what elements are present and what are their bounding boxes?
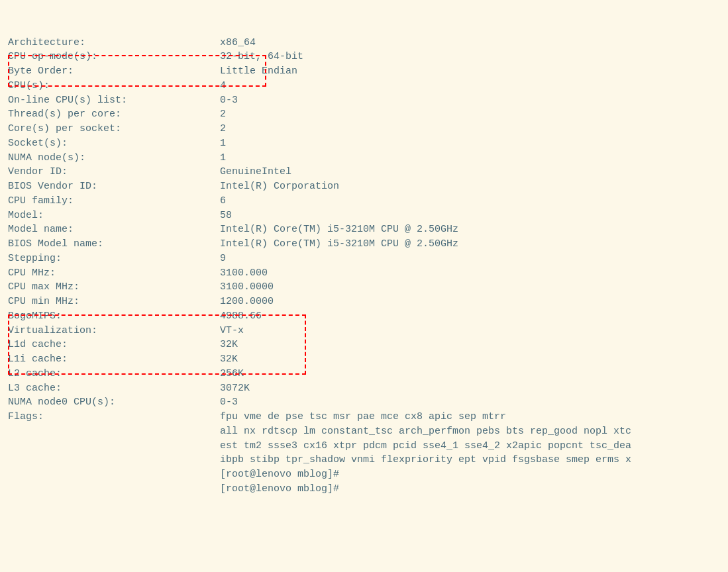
line-label: Byte Order: bbox=[8, 64, 220, 79]
line-label: Virtualization: bbox=[8, 324, 220, 338]
line-value: 32K bbox=[220, 338, 238, 352]
terminal-line: Stepping: 9 bbox=[8, 252, 720, 266]
terminal-line: CPU family: 6 bbox=[8, 194, 720, 209]
line-label: BIOS Vendor ID: bbox=[8, 179, 220, 194]
terminal-line: Byte Order: Little Endian bbox=[8, 64, 720, 79]
line-label: CPU min MHz: bbox=[8, 295, 220, 309]
line-value: ibpb stibp tpr_shadow vnmi flexpriority … bbox=[220, 453, 631, 467]
terminal-line: BIOS Model name: Intel(R) Core(TM) i5-32… bbox=[8, 237, 720, 252]
line-label bbox=[8, 439, 220, 453]
line-label: CPU op-mode(s): bbox=[8, 50, 220, 64]
line-label: BogoMIPS: bbox=[8, 309, 220, 324]
terminal-line: CPU MHz: 3100.000 bbox=[8, 266, 720, 281]
line-label: Model: bbox=[8, 209, 220, 223]
terminal-line: all nx rdtscp lm constant_tsc arch_perfm… bbox=[8, 424, 720, 439]
line-value: VT-x bbox=[220, 324, 244, 338]
line-label: CPU(s): bbox=[8, 79, 220, 93]
line-value: Intel(R) Corporation bbox=[220, 179, 339, 194]
line-label bbox=[8, 482, 220, 497]
terminal-line: Virtualization: VT-x bbox=[8, 324, 720, 338]
terminal-line: CPU(s): 4 bbox=[8, 79, 720, 93]
terminal-line: Architecture: x86_64 bbox=[8, 36, 720, 50]
line-value: Little Endian bbox=[220, 64, 297, 79]
line-value: [root@lenovo mblog]# bbox=[220, 482, 339, 497]
line-label: On-line CPU(s) list: bbox=[8, 93, 220, 108]
line-label: NUMA node(s): bbox=[8, 151, 220, 166]
line-value: 4 bbox=[220, 79, 226, 93]
terminal-output: Architecture: x86_64CPU op-mode(s): 32-b… bbox=[8, 7, 720, 540]
line-value: 3072K bbox=[220, 381, 250, 396]
terminal-line: Vendor ID: GenuineIntel bbox=[8, 165, 720, 179]
line-value: [root@lenovo mblog]# bbox=[220, 467, 339, 482]
line-label: CPU family: bbox=[8, 194, 220, 209]
line-label: Architecture: bbox=[8, 36, 220, 50]
line-label: Model name: bbox=[8, 222, 220, 237]
line-label: L1d cache: bbox=[8, 338, 220, 352]
line-label: BIOS Model name: bbox=[8, 237, 220, 252]
line-value: est tm2 ssse3 cx16 xtpr pdcm pcid sse4_1… bbox=[220, 439, 631, 453]
line-value: 3100.000 bbox=[220, 266, 268, 281]
line-value: Intel(R) Core(TM) i5-3210M CPU @ 2.50GHz bbox=[220, 237, 458, 252]
terminal-line: BIOS Vendor ID: Intel(R) Corporation bbox=[8, 179, 720, 194]
line-value: 2 bbox=[220, 107, 226, 122]
line-label: L1i cache: bbox=[8, 352, 220, 367]
line-value: fpu vme de pse tsc msr pae mce cx8 apic … bbox=[220, 410, 506, 424]
line-value: 4988.66 bbox=[220, 309, 262, 324]
terminal-line: Model name: Intel(R) Core(TM) i5-3210M C… bbox=[8, 222, 720, 237]
terminal-line: L1d cache: 32K bbox=[8, 338, 720, 352]
line-value: 58 bbox=[220, 209, 232, 223]
line-label bbox=[8, 424, 220, 439]
line-label: Stepping: bbox=[8, 252, 220, 266]
terminal-line: Flags: fpu vme de pse tsc msr pae mce cx… bbox=[8, 410, 720, 424]
line-label: Vendor ID: bbox=[8, 165, 220, 179]
line-label: Thread(s) per core: bbox=[8, 107, 220, 122]
line-value: 32-bit, 64-bit bbox=[220, 50, 303, 64]
line-label: Core(s) per socket: bbox=[8, 122, 220, 136]
terminal-line: NUMA node0 CPU(s): 0-3 bbox=[8, 395, 720, 410]
line-value: 256K bbox=[220, 367, 244, 381]
line-label: CPU max MHz: bbox=[8, 280, 220, 295]
terminal-line: ibpb stibp tpr_shadow vnmi flexpriority … bbox=[8, 453, 720, 467]
line-value: 32K bbox=[220, 352, 238, 367]
line-value: all nx rdtscp lm constant_tsc arch_perfm… bbox=[220, 424, 631, 439]
terminal-line: est tm2 ssse3 cx16 xtpr pdcm pcid sse4_1… bbox=[8, 439, 720, 453]
line-value: 3100.0000 bbox=[220, 280, 274, 295]
terminal-line: [root@lenovo mblog]# bbox=[8, 467, 720, 482]
line-label: Socket(s): bbox=[8, 136, 220, 151]
line-value: 2 bbox=[220, 122, 226, 136]
terminal-line: L1i cache: 32K bbox=[8, 352, 720, 367]
line-label: NUMA node0 CPU(s): bbox=[8, 395, 220, 410]
terminal-line: Core(s) per socket: 2 bbox=[8, 122, 720, 136]
terminal-line: L3 cache: 3072K bbox=[8, 381, 720, 396]
terminal-line: [root@lenovo mblog]# bbox=[8, 482, 720, 497]
line-label bbox=[8, 453, 220, 467]
line-label: Flags: bbox=[8, 410, 220, 424]
line-label: L3 cache: bbox=[8, 381, 220, 396]
line-value: 1200.0000 bbox=[220, 295, 274, 309]
line-label bbox=[8, 467, 220, 482]
terminal-line: Socket(s): 1 bbox=[8, 136, 720, 151]
line-value: GenuineIntel bbox=[220, 165, 291, 179]
terminal-line: CPU min MHz: 1200.0000 bbox=[8, 295, 720, 309]
terminal-line: CPU op-mode(s): 32-bit, 64-bit bbox=[8, 50, 720, 64]
terminal-line: CPU max MHz: 3100.0000 bbox=[8, 280, 720, 295]
line-label: CPU MHz: bbox=[8, 266, 220, 281]
terminal-line: L2 cache: 256K bbox=[8, 367, 720, 381]
line-value: Intel(R) Core(TM) i5-3210M CPU @ 2.50GHz bbox=[220, 222, 458, 237]
line-value: 1 bbox=[220, 151, 226, 166]
terminal-line: Model: 58 bbox=[8, 209, 720, 223]
terminal-line: Thread(s) per core: 2 bbox=[8, 107, 720, 122]
line-value: 0-3 bbox=[220, 395, 238, 410]
line-value: 1 bbox=[220, 136, 226, 151]
terminal-line: NUMA node(s): 1 bbox=[8, 151, 720, 166]
line-value: 9 bbox=[220, 252, 226, 266]
terminal-line: On-line CPU(s) list: 0-3 bbox=[8, 93, 720, 108]
line-value: 6 bbox=[220, 194, 226, 209]
line-value: x86_64 bbox=[220, 36, 256, 50]
line-label: L2 cache: bbox=[8, 367, 220, 381]
line-value: 0-3 bbox=[220, 93, 238, 108]
terminal-line: BogoMIPS: 4988.66 bbox=[8, 309, 720, 324]
